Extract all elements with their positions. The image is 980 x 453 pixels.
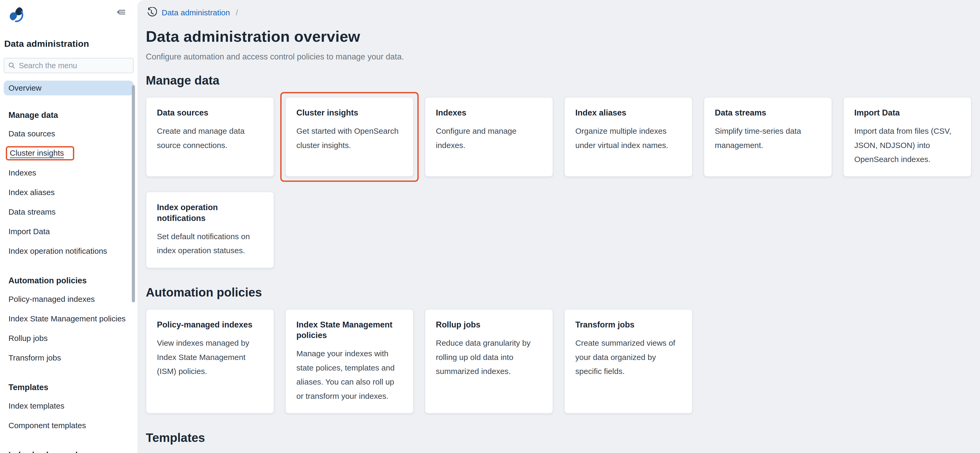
sidebar-item-import-data[interactable]: Import Data <box>4 222 134 241</box>
sidebar-item-policy-managed-indexes[interactable]: Policy-managed indexes <box>4 289 134 309</box>
sidebar-item-index-templates[interactable]: Index templates <box>4 396 134 416</box>
main-panel: Data administration / Data administratio… <box>137 0 980 453</box>
sidebar-item-index-aliases[interactable]: Index aliases <box>4 183 134 202</box>
card-description: Get started with OpenSearch cluster insi… <box>296 124 402 152</box>
card-description: Simplify time-series data management. <box>715 124 821 152</box>
sidebar-item-index-state-management-policies[interactable]: Index State Management policies <box>4 309 134 329</box>
card-title: Index aliases <box>575 108 681 118</box>
sidebar-item-overview[interactable]: Overview <box>4 81 134 96</box>
sidebar-section-index-backup-and-recovery: Index backup and recovery <box>4 447 134 453</box>
card-title: Data streams <box>715 108 821 118</box>
card-title: Rollup jobs <box>436 319 542 330</box>
section-automation-policies: Automation policies Policy-managed index… <box>146 285 972 414</box>
breadcrumb-link-data-administration[interactable]: Data administration <box>162 8 230 17</box>
sidebar-item-label: Overview <box>8 83 41 93</box>
card-import-data[interactable]: Import Data Import data from files (CSV,… <box>843 97 972 177</box>
sidebar-item-label: Transform jobs <box>8 353 61 362</box>
card-title: Index State Management policies <box>296 319 402 341</box>
sidebar-item-label: Indexes <box>8 168 36 177</box>
history-icon <box>146 7 157 18</box>
breadcrumb-separator: / <box>235 8 238 17</box>
card-title: Index operation notifications <box>157 202 263 223</box>
card-indexes[interactable]: Indexes Configure and manage indexes. <box>425 97 553 177</box>
collapse-menu-icon <box>115 7 127 19</box>
breadcrumb: Data administration / <box>146 7 972 19</box>
card-description: Create summarized views of your data org… <box>575 336 681 378</box>
card-sections: Manage data Data sources Create and mana… <box>146 73 972 453</box>
card-description: Import data from files (CSV, JSON, NDJSO… <box>854 124 961 166</box>
sidebar-item-label: Index State Management policies <box>8 314 126 323</box>
card-cluster-insights[interactable]: Cluster insights Get started with OpenSe… <box>285 97 414 177</box>
sidebar-scrollbar-thumb[interactable] <box>132 85 135 302</box>
card-transform-jobs[interactable]: Transform jobs Create summarized views o… <box>564 309 693 414</box>
section-manage-data: Manage data Data sources Create and mana… <box>146 73 972 268</box>
card-grid: Data sources Create and manage data sour… <box>146 97 973 268</box>
card-index-aliases[interactable]: Index aliases Organize multiple indexes … <box>564 97 693 177</box>
card-index-operation-notifications[interactable]: Index operation notifications Set defaul… <box>146 191 274 268</box>
sidebar-item-label: Component templates <box>8 421 86 430</box>
card-policy-managed-indexes[interactable]: Policy-managed indexes View indexes mana… <box>146 309 274 414</box>
page-subtitle: Configure automation and access control … <box>146 52 972 62</box>
sidebar-item-label: Index aliases <box>8 188 55 197</box>
section-heading-manage-data: Manage data <box>146 73 972 88</box>
sidebar-item-label: Cluster insights <box>10 148 64 157</box>
card-description: Configure and manage indexes. <box>436 124 542 152</box>
sidebar-nav: OverviewManage dataData sourcesCluster i… <box>4 81 134 453</box>
opensearch-logo <box>8 6 25 23</box>
sidebar-section-templates: Templates <box>4 379 134 396</box>
section-heading-automation-policies: Automation policies <box>146 285 972 300</box>
sidebar-item-indexes[interactable]: Indexes <box>4 163 134 183</box>
section-heading-templates: Templates <box>146 431 972 445</box>
sidebar-item-component-templates[interactable]: Component templates <box>4 416 134 435</box>
card-title: Import Data <box>854 108 961 118</box>
sidebar-item-data-streams[interactable]: Data streams <box>4 202 134 222</box>
sidebar-item-label: Rollup jobs <box>8 334 48 343</box>
card-title: Policy-managed indexes <box>157 319 263 330</box>
sidebar-item-rollup-jobs[interactable]: Rollup jobs <box>4 329 134 348</box>
sidebar-item-label: Index operation notifications <box>8 247 107 255</box>
card-title: Cluster insights <box>296 108 402 118</box>
card-data-streams[interactable]: Data streams Simplify time-series data m… <box>704 97 832 177</box>
card-description: Manage your indexes with state polices, … <box>296 346 402 403</box>
card-data-sources[interactable]: Data sources Create and manage data sour… <box>146 97 274 177</box>
card-description: Create and manage data source connection… <box>157 124 263 152</box>
card-description: Set default notifications on index opera… <box>157 230 263 258</box>
card-title: Data sources <box>157 108 263 118</box>
sidebar-item-label: Index templates <box>8 402 64 410</box>
search-box[interactable] <box>4 58 134 73</box>
sidebar-item-data-sources[interactable]: Data sources <box>4 124 134 144</box>
search-icon <box>8 61 16 70</box>
card-description: View indexes managed by Index State Mana… <box>157 336 263 378</box>
sidebar: Data administration OverviewManage dataD… <box>0 0 137 453</box>
card-description: Reduce data granularity by rolling up ol… <box>436 336 542 378</box>
sidebar-item-label: Policy-managed indexes <box>8 295 95 304</box>
sidebar-section-manage-data: Manage data <box>4 107 134 124</box>
card-grid: Policy-managed indexes View indexes mana… <box>146 309 973 414</box>
card-index-state-management-policies[interactable]: Index State Management policies Manage y… <box>285 309 414 414</box>
sidebar-item-label: Data sources <box>8 129 55 138</box>
sidebar-title: Data administration <box>4 38 134 49</box>
page-title: Data administration overview <box>146 27 972 45</box>
collapse-sidebar-button[interactable] <box>115 7 127 19</box>
sidebar-item-transform-jobs[interactable]: Transform jobs <box>4 348 134 368</box>
card-description: Organize multiple indexes under virtual … <box>575 124 681 152</box>
card-rollup-jobs[interactable]: Rollup jobs Reduce data granularity by r… <box>425 309 553 414</box>
search-input[interactable] <box>19 61 129 70</box>
section-templates: Templates Index templates Create predefi… <box>146 431 972 453</box>
sidebar-item-label: Data streams <box>8 207 56 217</box>
sidebar-section-automation-policies: Automation policies <box>4 272 134 289</box>
sidebar-item-index-operation-notifications[interactable]: Index operation notifications <box>4 241 134 261</box>
card-title: Transform jobs <box>575 319 681 330</box>
annotation-box: Cluster insights <box>6 146 74 160</box>
sidebar-item-cluster-insights[interactable]: Cluster insights <box>4 144 134 163</box>
sidebar-item-label: Import Data <box>8 227 50 236</box>
card-title: Indexes <box>436 108 542 118</box>
